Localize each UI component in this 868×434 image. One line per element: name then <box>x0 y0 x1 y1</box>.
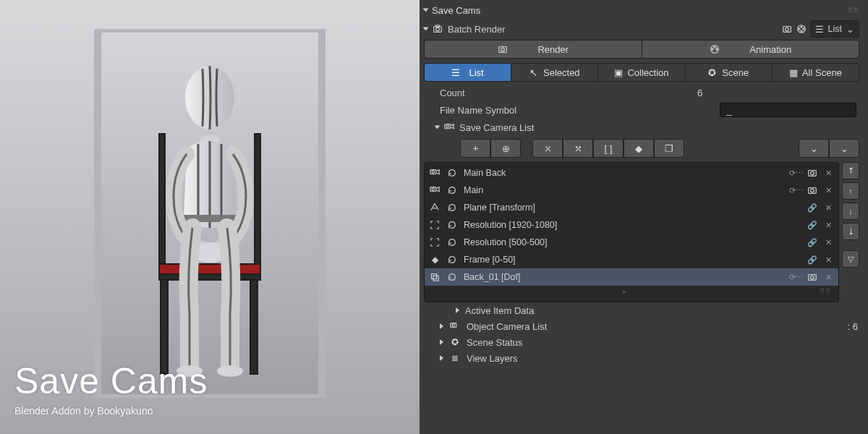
shuffle-icon: ⤬ <box>544 143 552 154</box>
disclosure-icon[interactable] <box>435 126 441 129</box>
copy-button[interactable]: ❐ <box>654 139 684 158</box>
list-item[interactable]: Resolution [1920-1080]🔗✕ <box>425 216 838 234</box>
list-icon: ☰ <box>815 24 824 35</box>
file-name-symbol-input[interactable] <box>720 103 856 117</box>
svg-rect-1 <box>159 264 260 274</box>
panel-title: Save Cams <box>432 5 480 16</box>
loading-icon: ⟳⋯ <box>791 271 802 283</box>
save-camera-list-header[interactable]: Save Camera List <box>420 119 864 136</box>
drag-grip-icon[interactable]: ⠿⠿ <box>848 7 859 14</box>
disclosure-icon[interactable] <box>440 339 443 345</box>
remove-icon[interactable]: ✕ <box>822 202 834 213</box>
disclosure-icon[interactable] <box>423 27 429 31</box>
options-2-button[interactable]: ⌄ <box>829 139 859 158</box>
plus-icon: ＋ <box>471 142 480 155</box>
move-bottom-button[interactable]: ⤓ <box>842 223 859 240</box>
refresh-icon[interactable] <box>446 271 458 283</box>
list-item[interactable]: ◆Frame [0-50]🔗✕ <box>425 251 838 268</box>
frame-button[interactable]: [ ] <box>593 139 624 158</box>
refresh-icon[interactable] <box>446 202 458 213</box>
object-camera-list-label: Object Camera List <box>467 321 547 332</box>
refresh-icon[interactable] <box>446 184 458 196</box>
shuffle-button[interactable]: ⤬ <box>532 139 563 158</box>
add-button[interactable]: ＋ <box>460 139 490 158</box>
diamond-icon: ◆ <box>635 143 642 154</box>
disclosure-icon[interactable] <box>440 323 443 329</box>
view-layers-label: View Layers <box>467 353 518 364</box>
list-item[interactable]: Main Back⟳⋯✕ <box>425 164 838 182</box>
remove-icon[interactable]: ✕ <box>822 167 834 179</box>
item-name: Plane [Transform] <box>464 203 801 213</box>
disclosure-icon[interactable] <box>456 307 459 313</box>
refresh-icon[interactable] <box>446 167 458 179</box>
scope-scene[interactable]: ✪Scene <box>685 63 772 82</box>
refresh-icon[interactable] <box>446 237 458 248</box>
link-icon[interactable]: 🔗 <box>807 254 818 265</box>
type-icon <box>429 184 441 196</box>
transform-button[interactable]: ⤱ <box>563 139 593 158</box>
camera-icon[interactable] <box>807 271 818 283</box>
view-mode-select[interactable]: ☰ List ⌄ <box>810 20 859 38</box>
remove-icon[interactable]: ✕ <box>822 237 834 248</box>
svg-rect-5 <box>159 134 165 264</box>
scene-status-label: Scene Status <box>467 337 522 348</box>
refresh-icon[interactable] <box>446 254 458 265</box>
link-icon[interactable]: 🔗 <box>807 219 818 231</box>
disclosure-icon[interactable] <box>423 9 429 12</box>
chevron-down-icon: ⌄ <box>841 143 848 154</box>
active-item-data-label: Active Item Data <box>465 305 534 316</box>
svg-rect-40 <box>433 276 438 281</box>
svg-point-36 <box>432 188 435 191</box>
target-plus-icon: ⊕ <box>502 143 510 154</box>
scene-icon: ✪ <box>708 67 716 78</box>
chevron-down-icon: ⌄ <box>810 143 818 154</box>
animation-tab[interactable]: Animation <box>642 40 860 59</box>
camera-icon <box>497 43 509 55</box>
camera-icon[interactable] <box>781 23 793 35</box>
camera-icon[interactable] <box>807 184 818 196</box>
keyframe-button[interactable]: ◆ <box>624 139 654 158</box>
scene-status-section[interactable]: ✪ Scene Status <box>420 334 864 350</box>
panel-header[interactable]: Save Cams ⠿⠿ <box>420 1 864 19</box>
camera-list: Main Back⟳⋯✕Main⟳⋯✕Plane [Transform]🔗✕Re… <box>424 162 839 302</box>
object-camera-count: : 6 <box>848 321 858 332</box>
list-item[interactable]: Resolution [500-500]🔗✕ <box>425 234 838 251</box>
scope-all-scene[interactable]: ▦All Scene <box>772 63 859 82</box>
svg-point-21 <box>798 28 799 30</box>
options-button[interactable]: ⌄ <box>799 139 829 158</box>
svg-point-34 <box>811 171 814 175</box>
move-up-button[interactable]: ↑ <box>842 182 859 200</box>
move-top-button[interactable]: ⤒ <box>842 162 859 179</box>
remove-icon[interactable]: ✕ <box>822 184 834 196</box>
scope-collection[interactable]: ▣Collection <box>597 63 684 82</box>
disclosure-icon[interactable] <box>440 355 443 361</box>
object-camera-list-section[interactable]: Object Camera List : 6 <box>420 318 864 334</box>
render-tab[interactable]: Render <box>424 40 642 59</box>
remove-icon[interactable]: ✕ <box>822 254 834 265</box>
view-layers-section[interactable]: ≣ View Layers <box>420 350 864 366</box>
scope-selected[interactable]: ↖Selected <box>511 63 597 82</box>
film-reel-icon[interactable] <box>796 23 807 35</box>
list-expand-handle[interactable]: ▸⠿⠿ <box>425 286 838 293</box>
link-icon[interactable]: 🔗 <box>807 237 818 248</box>
camera-icon[interactable] <box>807 167 818 179</box>
list-item[interactable]: Plane [Transform]🔗✕ <box>425 199 838 216</box>
file-name-symbol-label: File Name Symbol <box>440 105 584 116</box>
item-name: Resolution [500-500] <box>464 237 801 247</box>
remove-icon[interactable]: ✕ <box>822 219 834 231</box>
mannequin-graphic <box>101 33 318 394</box>
batch-render-header[interactable]: Batch Render ☰ List ⌄ <box>420 20 864 38</box>
list-item[interactable]: Main⟳⋯✕ <box>425 182 838 199</box>
svg-point-12 <box>217 365 243 377</box>
remove-icon[interactable]: ✕ <box>822 271 834 283</box>
link-icon[interactable]: 🔗 <box>807 202 818 213</box>
scope-list[interactable]: ☰List <box>424 63 511 82</box>
filter-button[interactable]: ▽ <box>842 250 859 268</box>
move-down-button[interactable]: ↓ <box>842 203 859 220</box>
list-item[interactable]: Back_01 [Dof]⟳⋯✕ <box>425 268 838 286</box>
active-item-data-section[interactable]: Active Item Data <box>420 302 864 318</box>
svg-point-14 <box>436 27 440 31</box>
add-current-button[interactable]: ⊕ <box>490 139 521 158</box>
axis-icon: ⤱ <box>574 143 582 154</box>
refresh-icon[interactable] <box>446 219 458 231</box>
